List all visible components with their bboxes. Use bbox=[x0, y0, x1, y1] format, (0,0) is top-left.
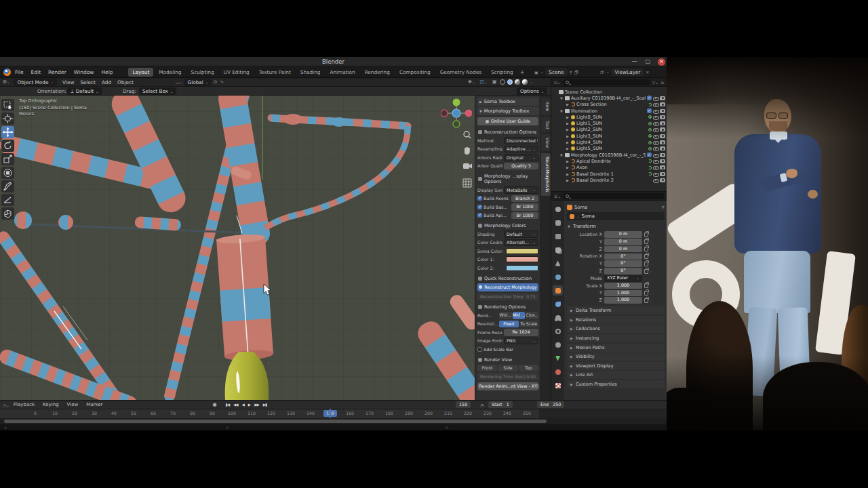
remove-view-layer-icon[interactable]: ✕ bbox=[646, 70, 649, 75]
close-button[interactable]: ✕ bbox=[658, 58, 665, 66]
button-online-user-guide[interactable]: Online User Guide bbox=[477, 117, 538, 125]
disclosure-closed-icon[interactable]: ▶ bbox=[566, 140, 570, 144]
value-field[interactable]: Br 1000 bbox=[511, 203, 538, 211]
properties-tab-physics[interactable] bbox=[553, 326, 563, 336]
blender-logo-icon[interactable] bbox=[3, 68, 11, 76]
add-workspace-button[interactable]: + bbox=[517, 68, 528, 76]
workspace-tab-layout[interactable]: Layout bbox=[128, 68, 153, 77]
timeline-ruler[interactable]: 150 010203040506070809010011012013014015… bbox=[0, 409, 667, 419]
segment-front[interactable]: Front bbox=[477, 365, 497, 372]
jump-end-button[interactable]: ▶▮ bbox=[263, 403, 267, 407]
panel-header-morphology-toolbox[interactable]: ▼Morphology Toolbox bbox=[477, 107, 538, 115]
visibility-eye-icon[interactable] bbox=[653, 165, 658, 170]
dropdown-method-[interactable]: Disconnected S...⌄ bbox=[504, 137, 538, 144]
outliner-row[interactable]: ▶Light1_SUN bbox=[551, 120, 667, 126]
outliner-row[interactable]: ▶Apical Dendrite bbox=[551, 158, 667, 164]
disclosure-closed-icon[interactable]: ▶ bbox=[566, 165, 570, 169]
visibility-eye-icon[interactable] bbox=[653, 159, 658, 163]
properties-tab-object[interactable] bbox=[553, 285, 563, 296]
timeline-menu-marker[interactable]: Marker bbox=[86, 402, 102, 407]
animate-dot-icon[interactable]: · bbox=[650, 262, 652, 266]
outliner-row[interactable]: ▶Light2_SUN bbox=[551, 127, 667, 133]
prev-keyframe-button[interactable]: ◀◀ bbox=[233, 403, 238, 407]
workspace-tab-rendering[interactable]: Rendering bbox=[361, 68, 394, 77]
render-camera-icon[interactable] bbox=[660, 178, 665, 182]
slider-arbor-quality-[interactable]: Quality 3 bbox=[504, 163, 538, 170]
button-reconstruct-morphology[interactable]: Reconstruct Morphology bbox=[477, 283, 538, 291]
checkbox-build-bas-[interactable]: ✓ bbox=[477, 205, 482, 209]
proportional-falloff-icon[interactable]: ∿ bbox=[220, 79, 224, 85]
disclosure-closed-icon[interactable]: ▶ bbox=[566, 178, 570, 182]
jump-start-button[interactable]: ▮◀ bbox=[226, 403, 229, 407]
animate-dot-icon[interactable]: · bbox=[650, 298, 652, 303]
section-custom-properties[interactable]: ▶Custom Properties bbox=[567, 380, 665, 388]
lock-icon[interactable] bbox=[644, 232, 648, 237]
dropdown-shading[interactable]: Default⌄ bbox=[504, 230, 538, 238]
outliner-row[interactable]: ▶Light5_SUN bbox=[551, 146, 667, 152]
workspace-tab-uv-editing[interactable]: UV Editing bbox=[220, 68, 254, 77]
shading-wireframe-icon[interactable] bbox=[500, 79, 505, 85]
outliner-row[interactable]: ▶Basal Dendrite 1 bbox=[551, 171, 667, 177]
section-motion-paths[interactable]: ▶Motion Paths bbox=[567, 344, 665, 352]
gizmos-icon[interactable]: ✥⌄ bbox=[468, 79, 475, 85]
render-camera-icon[interactable] bbox=[660, 121, 665, 125]
shading-solid-icon[interactable] bbox=[507, 79, 513, 85]
workspace-tab-scripting[interactable]: Scripting bbox=[487, 68, 517, 77]
field-value-location-x[interactable]: 0 m bbox=[604, 231, 642, 238]
animate-dot-icon[interactable]: · bbox=[650, 254, 652, 259]
workspace-tab-texture-paint[interactable]: Texture Paint bbox=[255, 68, 295, 77]
properties-tab-view-layer[interactable] bbox=[553, 245, 563, 255]
viewport-toolbar[interactable] bbox=[1, 99, 15, 220]
sidebar-tab-neuromorphovis[interactable]: NeuroMorphoVis bbox=[541, 153, 551, 196]
workspace-tab-compositing[interactable]: Compositing bbox=[395, 68, 435, 77]
proportional-edit-icon[interactable]: ⊙ bbox=[213, 79, 217, 85]
field-value-z[interactable]: 0° bbox=[604, 268, 642, 274]
lock-icon[interactable] bbox=[644, 269, 648, 274]
outliner-row[interactable]: ▼Morphology C010398B-I4_cor_-_Scale_✓ bbox=[551, 152, 667, 158]
field-value-scale-x[interactable]: 1.000 bbox=[604, 283, 642, 289]
field-value-y[interactable]: 0° bbox=[604, 260, 642, 267]
dropdown-image-format-[interactable]: PNG⌄ bbox=[504, 338, 538, 345]
properties-tab-texture[interactable] bbox=[553, 380, 563, 390]
editor-type-icon[interactable]: ⊞⌄ bbox=[3, 79, 9, 85]
render-camera-icon[interactable] bbox=[660, 165, 665, 169]
visibility-eye-icon[interactable] bbox=[653, 178, 658, 182]
segment-mid-[interactable]: Mid ... bbox=[513, 312, 526, 319]
value-field[interactable]: Branch 2 bbox=[511, 195, 538, 203]
properties-tab-tool[interactable] bbox=[553, 204, 563, 214]
transform-section-header[interactable]: ▼Transform bbox=[567, 222, 665, 230]
viewport-menu-select[interactable]: Select bbox=[80, 79, 96, 85]
shading-material-icon[interactable] bbox=[515, 79, 520, 85]
properties-tab-scene[interactable] bbox=[553, 258, 563, 268]
view-layer-name[interactable]: ViewLayer bbox=[612, 68, 644, 76]
animate-dot-icon[interactable]: · bbox=[650, 247, 652, 251]
properties-tab-output[interactable] bbox=[553, 231, 563, 241]
render-camera-icon[interactable] bbox=[660, 172, 665, 176]
field-value-mode[interactable]: XYZ Euler⌄ bbox=[604, 275, 642, 282]
color-swatch-color-1-[interactable] bbox=[506, 256, 538, 262]
disclosure-open-icon[interactable]: ▼ bbox=[559, 153, 564, 157]
dropdown-resampling[interactable]: Adaptive ...⌄ bbox=[504, 146, 538, 153]
button-render-anim-nt-view-xy-[interactable]: Render Anim...nt View - XY) bbox=[477, 382, 538, 390]
visibility-eye-icon[interactable] bbox=[653, 115, 658, 119]
lock-icon[interactable] bbox=[644, 247, 648, 251]
scene-name[interactable]: Scene bbox=[545, 68, 567, 76]
render-camera-icon[interactable] bbox=[660, 153, 665, 157]
disclosure-closed-icon[interactable]: ▶ bbox=[566, 102, 570, 106]
sidebar-tab-view[interactable]: View bbox=[541, 134, 551, 151]
outliner-row[interactable]: ▶Cross Section bbox=[551, 102, 667, 108]
value-field[interactable]: Br 1000 bbox=[511, 212, 538, 220]
properties-tab-material[interactable] bbox=[553, 367, 563, 377]
next-keyframe-button[interactable]: ▶▶ bbox=[254, 403, 259, 407]
render-camera-icon[interactable] bbox=[660, 127, 665, 131]
horizontal-scrollbar[interactable] bbox=[4, 420, 547, 423]
properties-tab-particles[interactable] bbox=[553, 312, 563, 323]
overlays-icon[interactable]: ◫⌄ bbox=[479, 79, 487, 85]
options-dropdown[interactable]: Options⌄ bbox=[517, 87, 547, 95]
timeline-menu-view[interactable]: View bbox=[67, 402, 79, 407]
segment-side[interactable]: Side bbox=[498, 365, 517, 372]
outliner-row[interactable]: ▼Auxiliary C010398B-I4_cor_-_Scale_x1✓ bbox=[551, 95, 667, 101]
dropdown-color-coding[interactable]: Alternati...⌄ bbox=[504, 239, 538, 247]
outliner-row[interactable]: ▶Basal Dendrite 2 bbox=[551, 177, 667, 183]
checkbox-build-axons[interactable]: ✓ bbox=[477, 196, 482, 201]
